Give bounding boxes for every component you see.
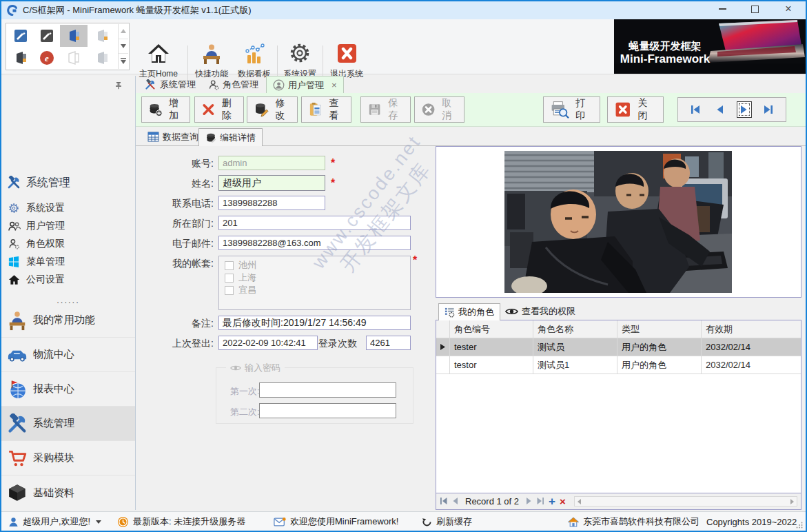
nav-prev-button[interactable] [452,496,458,507]
account-input[interactable] [218,156,325,170]
phone-input[interactable] [218,196,325,210]
sidebar-item-company-settings[interactable]: 公司设置 [1,272,135,287]
first-record-button[interactable] [688,101,702,118]
nav-append-button[interactable]: + [549,497,555,507]
sidebar-item-my-functions[interactable]: 我的常用功能 [1,303,135,338]
theme-icon-blue-pen[interactable] [12,27,30,45]
close-page-button[interactable]: 关闭 [607,96,664,123]
next-record-button[interactable] [737,101,752,118]
account-set-option[interactable]: 上海 [225,272,405,284]
account-sets-listbox[interactable]: 池州 上海 宜昌 [218,256,411,310]
theme-icon-outline-box[interactable] [64,49,82,67]
sidebar-item-label: 系统管理 [26,176,70,190]
column-header-role-id[interactable]: 角色编号 [450,320,533,338]
theme-icon-red-script[interactable]: e [38,49,56,67]
minimize-button[interactable] [711,0,734,18]
password2-input[interactable] [259,403,396,418]
account-set-option[interactable]: 宜昌 [225,284,405,296]
tab-edit-detail[interactable]: 编辑详情 [198,128,263,146]
scroll-left-icon[interactable] [577,499,581,504]
gallery-scrollbar[interactable] [118,24,128,69]
remark-input[interactable] [218,316,411,330]
theme-icon-dark-box[interactable] [12,49,30,67]
table-row[interactable]: testor 测试员1 用户的角色 2032/02/14 [436,356,801,374]
sidebar-item-report-center[interactable]: 报表中心 [1,372,135,407]
sidebar-item-user-management[interactable]: 用户管理 [1,218,135,234]
theme-icon-gray-box[interactable] [93,49,111,67]
tab-user-management[interactable]: 用户管理 × [266,76,344,94]
last-record-button[interactable] [762,101,776,118]
column-header-validity[interactable]: 有效期 [702,320,801,338]
nav-delete-button[interactable]: × [560,495,566,507]
cell-type[interactable]: 用户的角色 [617,356,702,374]
theme-icon-light-box[interactable] [93,27,111,45]
cell-role-id[interactable]: testor [450,356,533,374]
tab-system-management[interactable]: 系统管理 [138,76,202,93]
tab-role-management[interactable]: 角色管理 [202,76,265,93]
checkbox[interactable] [225,261,234,270]
bar-chart-icon [243,42,265,65]
print-button[interactable]: 打印 [543,96,600,123]
tab-close-icon[interactable]: × [331,80,337,90]
theme-icon-dark-pen[interactable] [38,27,56,45]
gallery-scroll-down-icon[interactable] [119,39,128,54]
column-header-type[interactable]: 类型 [617,320,702,338]
login-count-input[interactable] [366,336,411,350]
sidebar-item-menu-management[interactable]: 菜单管理 [1,254,135,269]
nav-first-button[interactable] [440,496,448,507]
cell-role-id[interactable]: tester [450,338,533,356]
checkbox[interactable] [225,286,234,295]
scroll-right-icon[interactable] [790,499,795,504]
tab-view-my-permissions[interactable]: 查看我的权限 [500,303,581,320]
status-version[interactable]: 最新版本: 未连接升级服务器 [117,512,245,531]
sidebar-item-base-data[interactable]: 基础资料 [1,475,135,510]
sidebar-item-logistics-center[interactable]: 物流中心 [1,338,135,372]
sidebar-item-label: 物流中心 [33,348,74,361]
gallery-scroll-more-icon[interactable] [119,54,128,69]
email-input[interactable] [218,236,411,250]
nav-next-button[interactable] [526,496,532,507]
sidebar-group-system-management[interactable]: 系统管理 [1,174,135,192]
sidebar-item-system-settings[interactable]: 系统设置 [1,201,135,216]
cell-role-name[interactable]: 测试员1 [533,356,617,374]
theme-icon-office-blue-selected[interactable] [60,25,88,47]
add-button[interactable]: 增加 [141,96,190,123]
name-input[interactable] [218,175,325,191]
tab-data-query[interactable]: 数据查询 [141,128,205,145]
column-header-role-name[interactable]: 角色名称 [533,320,617,338]
sidebar-item-purchase-module[interactable]: 采购模块 [1,441,135,475]
account-set-option[interactable]: 池州 [225,259,405,272]
prev-record-button[interactable] [712,101,726,118]
dropdown-arrow-icon[interactable] [96,520,101,524]
user-circle-icon [273,79,285,91]
horizontal-scrollbar[interactable] [574,496,797,507]
tab-my-roles[interactable]: 我的角色 [438,303,500,320]
password1-input[interactable] [259,382,396,398]
resize-grip[interactable] [796,522,803,529]
last-logout-input[interactable] [218,336,318,350]
cell-validity[interactable]: 2032/02/14 [702,356,801,374]
required-asterisk: * [413,254,417,267]
maximize-button[interactable] [743,0,766,18]
department-input[interactable] [218,216,411,230]
cancel-button[interactable]: 取消 [414,96,464,123]
status-user[interactable]: 超级用户,欢迎您! [8,512,101,531]
modify-button[interactable]: 修改 [247,96,298,123]
nav-last-button[interactable] [536,496,544,507]
modify-label: 修改 [276,97,292,122]
status-refresh-cache[interactable]: 刷新缓存 [422,512,472,531]
sidebar-item-role-permissions[interactable]: 角色权限 [1,236,135,252]
cell-validity[interactable]: 2032/02/14 [702,338,801,356]
gallery-scroll-up-icon[interactable] [119,24,128,39]
cell-type[interactable]: 用户的角色 [617,338,702,356]
delete-button[interactable]: 删除 [194,96,244,123]
cell-role-name[interactable]: 测试员 [533,338,617,356]
status-welcome[interactable]: 欢迎您使用MiniFramework! [274,512,398,531]
view-button[interactable]: 查看 [301,96,351,123]
table-row[interactable]: tester 测试员 用户的角色 2032/02/14 [436,338,801,356]
checkbox[interactable] [225,274,234,283]
sidebar-item-system-management-selected[interactable]: 系统管理 [1,407,135,441]
save-button[interactable]: 保存 [360,96,411,123]
close-button[interactable]: × [777,0,800,18]
pin-icon[interactable] [114,81,123,90]
